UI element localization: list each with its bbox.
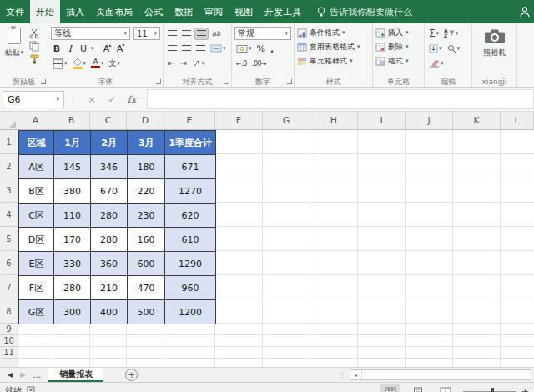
table-header-cell[interactable]: 区域	[19, 131, 54, 155]
column-header-j[interactable]: J	[406, 112, 453, 129]
font-color-button[interactable]: A▾	[89, 57, 106, 70]
underline-caret[interactable]: ▾	[91, 46, 94, 52]
name-box-splitter[interactable]: ⋮	[69, 95, 77, 103]
accounting-format-button[interactable]: ▾	[234, 42, 254, 55]
phonetic-guide-button[interactable]: 文▾	[108, 57, 123, 70]
page-break-view-button[interactable]	[436, 384, 456, 392]
tell-me-search[interactable]: 告诉我你想要做什么	[317, 0, 412, 23]
cell-styles-button[interactable]: 单元格样式▾	[297, 56, 370, 67]
row-header-8[interactable]: 8	[0, 299, 18, 324]
table-cell[interactable]: C区	[19, 204, 54, 228]
clear-button[interactable]: ▾	[427, 57, 446, 70]
table-cell[interactable]: 380	[54, 179, 91, 204]
conditional-formatting-button[interactable]: 条件格式▾	[297, 28, 370, 38]
row-header-10[interactable]: 10	[0, 335, 18, 347]
table-cell[interactable]: 300	[54, 300, 91, 324]
tab-developer[interactable]: 开发工具	[259, 0, 307, 23]
row-header-6[interactable]: 6	[0, 251, 18, 275]
grow-font-button[interactable]: A▴	[102, 43, 113, 55]
align-center-button[interactable]	[180, 42, 193, 55]
table-cell[interactable]: 400	[91, 300, 128, 324]
copy-button[interactable]	[29, 41, 40, 52]
decrease-decimal-button[interactable]: .00→	[250, 57, 268, 70]
table-cell[interactable]: 280	[91, 228, 128, 252]
column-header-i[interactable]: I	[358, 112, 406, 129]
sheet-prev-button[interactable]: ◀	[8, 371, 13, 379]
table-cell[interactable]: 180	[128, 155, 165, 179]
table-cell[interactable]: B区	[19, 179, 54, 204]
camera-button[interactable]: 照相机	[483, 28, 506, 58]
table-cell[interactable]: 230	[128, 204, 165, 228]
table-cell[interactable]: 1270	[165, 179, 216, 204]
underline-button[interactable]: U	[78, 43, 89, 55]
bold-button[interactable]: B	[51, 43, 63, 55]
table-cell[interactable]: 360	[91, 252, 128, 276]
sheet-next-button[interactable]: ▶	[20, 371, 25, 379]
table-header-cell[interactable]: 1季度合计	[165, 131, 216, 155]
table-header-cell[interactable]: 3月	[128, 131, 165, 155]
comma-style-button[interactable]: ,	[269, 42, 275, 55]
align-right-button[interactable]	[194, 42, 207, 55]
table-cell[interactable]: 500	[128, 300, 165, 324]
table-cell[interactable]: E区	[19, 252, 54, 276]
name-box[interactable]: G6 ▾	[3, 91, 64, 108]
format-cells-button[interactable]: 格式▾	[375, 56, 421, 67]
horizontal-scrollbar[interactable]: ◂	[350, 369, 531, 380]
table-cell[interactable]: F区	[19, 276, 54, 300]
table-cell[interactable]: 670	[91, 179, 128, 204]
column-header-g[interactable]: G	[263, 112, 310, 129]
shrink-font-button[interactable]: A▾	[115, 43, 127, 55]
tab-page-layout[interactable]: 页面布局	[90, 0, 139, 23]
macro-record-icon[interactable]	[27, 386, 35, 392]
tab-home[interactable]: 开始	[30, 0, 60, 23]
cut-button[interactable]	[29, 28, 40, 38]
new-sheet-button[interactable]: +	[125, 369, 138, 381]
table-cell[interactable]: 671	[165, 155, 216, 179]
page-layout-view-button[interactable]	[408, 384, 428, 392]
column-header-f[interactable]: F	[215, 112, 263, 129]
column-header-c[interactable]: C	[90, 112, 127, 129]
sort-filter-button[interactable]: AZ▾	[442, 27, 460, 40]
merge-center-button[interactable]: ▾	[209, 42, 228, 55]
align-middle-button[interactable]	[180, 27, 193, 40]
tab-file[interactable]: 文件	[0, 0, 30, 23]
table-cell[interactable]: 160	[128, 228, 165, 252]
find-select-button[interactable]: ▾	[446, 42, 462, 55]
borders-button[interactable]: ▾	[51, 57, 69, 70]
autosum-button[interactable]: Σ▾	[427, 27, 441, 40]
table-cell[interactable]: 620	[165, 204, 216, 228]
italic-button[interactable]: I	[64, 43, 76, 55]
tab-review[interactable]: 审阅	[199, 0, 229, 23]
table-cell[interactable]: G区	[19, 300, 54, 324]
delete-cells-button[interactable]: 删除▾	[375, 42, 421, 53]
row-header-9[interactable]: 9	[0, 324, 18, 335]
enter-button[interactable]: ✓	[102, 94, 122, 105]
row-header-2[interactable]: 2	[0, 154, 18, 178]
table-cell[interactable]: A区	[19, 155, 54, 179]
align-top-button[interactable]	[166, 27, 179, 40]
align-left-button[interactable]	[166, 42, 179, 55]
column-header-d[interactable]: D	[127, 112, 164, 129]
align-bottom-button[interactable]	[194, 28, 209, 40]
row-header-5[interactable]: 5	[0, 227, 18, 251]
paste-button[interactable]: 粘贴▾	[3, 26, 26, 76]
wrap-text-button[interactable]: ab	[210, 27, 222, 40]
sheet-tab-active[interactable]: 销量报表	[48, 368, 103, 382]
formula-input[interactable]	[147, 89, 534, 109]
font-dialog-launcher[interactable]	[156, 79, 161, 84]
alignment-dialog-launcher[interactable]	[224, 79, 229, 84]
zoom-in-button[interactable]: +	[521, 386, 529, 392]
clipboard-dialog-launcher[interactable]	[41, 79, 46, 84]
percent-style-button[interactable]: %	[255, 42, 267, 55]
cancel-button[interactable]: ×	[82, 94, 102, 105]
column-header-h[interactable]: H	[310, 112, 358, 129]
row-header-1[interactable]: 1	[0, 130, 18, 154]
table-cell[interactable]: 1200	[165, 300, 216, 324]
tab-splitter[interactable]: ⋮	[339, 371, 345, 379]
tab-data[interactable]: 数据	[169, 0, 199, 23]
format-painter-button[interactable]	[29, 54, 40, 64]
table-cell[interactable]: 170	[54, 228, 91, 252]
table-header-cell[interactable]: 1月	[54, 131, 91, 155]
table-cell[interactable]: 470	[128, 276, 165, 300]
table-cell[interactable]: 960	[165, 276, 216, 300]
